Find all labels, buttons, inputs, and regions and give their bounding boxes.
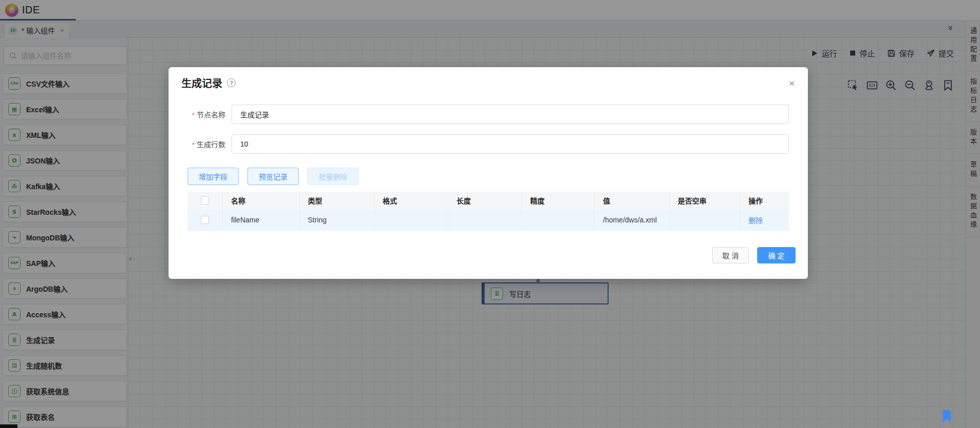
col-length: 长度 [448,192,522,209]
row-count-label: *生成行数 [169,139,225,149]
node-name-input[interactable] [232,105,789,124]
fields-table: 名称 类型 格式 长度 精度 值 是否空串 操作 fileName String… [187,192,789,231]
generate-records-dialog: × 生成记录 ? *节点名称 *生成行数 增加字段 预览记录 批量删除 名称 类… [169,67,808,279]
row-checkbox[interactable] [201,216,209,224]
field-actions: 增加字段 预览记录 批量删除 [187,168,359,185]
ok-button[interactable]: 确 定 [757,247,796,263]
help-icon[interactable]: ? [227,78,236,87]
bookmark-icon [941,410,953,423]
taskbar-stub [0,424,17,428]
delete-row-link[interactable]: 删除 [748,215,763,225]
preview-records-button[interactable]: 预览记录 [247,168,299,185]
col-type: 类型 [300,192,374,209]
select-all-checkbox[interactable] [201,196,209,205]
col-precision: 精度 [522,192,595,209]
col-value: 值 [595,192,670,209]
dialog-title: 生成记录 [181,75,222,90]
cell-length [448,209,522,231]
add-field-button[interactable]: 增加字段 [187,168,239,185]
cell-value: /home/dws/a.xml [595,209,670,231]
cell-format [374,209,448,231]
col-name: 名称 [223,192,300,209]
node-name-label: *节点名称 [169,109,225,119]
cell-name: fileName [223,209,300,231]
cancel-button[interactable]: 取 消 [712,247,749,263]
cell-empty-string [670,209,740,231]
table-header-row: 名称 类型 格式 长度 精度 值 是否空串 操作 [187,192,789,209]
table-row: fileName String /home/dws/a.xml 删除 [187,209,789,231]
col-action: 操作 [740,192,789,209]
row-count-input[interactable] [232,134,789,154]
col-format: 格式 [374,192,448,209]
batch-delete-button[interactable]: 批量删除 [307,168,359,185]
bookmark-float-button[interactable] [941,410,953,425]
required-asterisk: * [192,141,195,149]
ide-screen: IDE DI * 输入组件 × » CSVCSV文件输入 ▦Excel输入 xX… [0,0,980,428]
dialog-footer: 取 消 确 定 [712,247,796,263]
dialog-close-icon[interactable]: × [789,78,795,88]
required-asterisk: * [192,111,195,119]
col-empty-string: 是否空串 [670,192,740,209]
cell-precision [522,209,595,231]
cell-type: String [300,209,374,231]
